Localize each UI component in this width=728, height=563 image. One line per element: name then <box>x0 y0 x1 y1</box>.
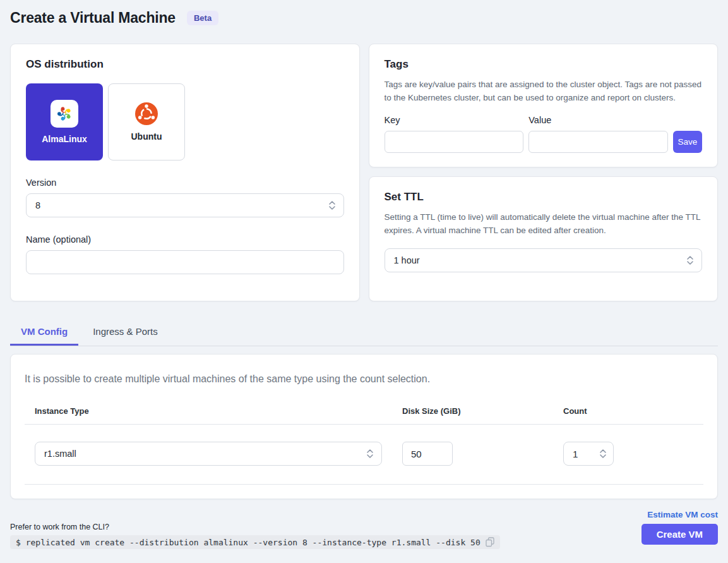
instance-type-value: r1.small <box>44 449 76 459</box>
save-button[interactable]: Save <box>673 131 702 153</box>
tab-bar: VM Config Ingress & Ports <box>10 318 718 346</box>
os-tiles: AlmaLinux <box>26 83 344 160</box>
os-tile-label: AlmaLinux <box>42 134 87 144</box>
os-tile-label: Ubuntu <box>131 131 162 142</box>
tags-form: Key Value Save <box>385 115 703 153</box>
instance-type-select[interactable]: r1.small <box>35 442 382 466</box>
set-ttl-title: Set TTL <box>385 191 703 203</box>
cli-command-text: $ replicated vm create --distribution al… <box>16 538 480 547</box>
ubuntu-logo-icon <box>135 102 158 125</box>
estimate-vm-cost-link[interactable]: Estimate VM cost <box>647 510 718 519</box>
page-title: Create a Virtual Machine <box>10 9 176 27</box>
page-header: Create a Virtual Machine Beta <box>10 9 718 27</box>
tab-vm-config[interactable]: VM Config <box>10 318 78 346</box>
column-count: Count <box>553 406 703 416</box>
version-select[interactable]: 8 <box>26 193 344 217</box>
count-value: 1 <box>573 449 578 459</box>
chevron-updown-icon <box>686 255 694 265</box>
ttl-select-value: 1 hour <box>394 255 420 265</box>
vm-table-header: Instance Type Disk Size (GiB) Count <box>25 406 703 425</box>
os-tile-ubuntu[interactable]: Ubuntu <box>108 83 185 160</box>
os-distribution-card: OS distribution <box>10 44 360 301</box>
footer-row: Prefer to work from the CLI? $ replicate… <box>10 523 718 563</box>
value-label: Value <box>528 115 668 125</box>
vm-config-card: It is possible to create multiple virtua… <box>10 354 718 499</box>
tags-description: Tags are key/value pairs that are assign… <box>385 78 703 104</box>
cli-command-chip: $ replicated vm create --distribution al… <box>10 535 500 549</box>
name-label: Name (optional) <box>26 234 344 245</box>
version-select-value: 8 <box>35 200 40 210</box>
tags-card: Tags Tags are key/value pairs that are a… <box>369 44 719 167</box>
os-tile-almalinux[interactable]: AlmaLinux <box>26 83 103 160</box>
cli-label: Prefer to work from the CLI? <box>10 523 500 531</box>
estimate-row: Estimate VM cost <box>10 509 718 520</box>
chevron-updown-icon <box>366 449 374 459</box>
ttl-select[interactable]: 1 hour <box>385 248 703 272</box>
chevron-updown-icon <box>328 200 336 210</box>
tags-title: Tags <box>385 58 703 71</box>
ttl-description: Setting a TTL (time to live) will automa… <box>385 211 703 237</box>
os-distribution-title: OS distribution <box>26 58 344 71</box>
vm-table: Instance Type Disk Size (GiB) Count r1.s… <box>25 406 703 485</box>
tab-ingress-ports[interactable]: Ingress & Ports <box>82 318 169 346</box>
chevron-updown-icon <box>599 449 607 459</box>
disk-size-input[interactable] <box>402 442 453 466</box>
almalinux-logo-icon <box>51 100 78 128</box>
key-label: Key <box>385 115 524 125</box>
beta-badge: Beta <box>187 11 218 25</box>
name-input[interactable] <box>26 250 344 274</box>
value-input[interactable] <box>528 131 668 153</box>
top-cards-row: OS distribution <box>10 44 718 301</box>
count-stepper[interactable]: 1 <box>563 442 614 466</box>
column-instance-type: Instance Type <box>25 406 392 416</box>
version-label: Version <box>26 178 344 188</box>
vm-config-intro: It is possible to create multiple virtua… <box>25 373 702 385</box>
page: Create a Virtual Machine Beta OS distrib… <box>10 0 718 563</box>
vm-table-row: r1.small 1 <box>25 425 703 485</box>
copy-icon[interactable] <box>486 537 494 547</box>
key-input[interactable] <box>385 131 524 153</box>
set-ttl-card: Set TTL Setting a TTL (time to live) wil… <box>369 176 719 301</box>
right-column: Tags Tags are key/value pairs that are a… <box>369 44 719 301</box>
create-vm-button[interactable]: Create VM <box>641 524 718 545</box>
column-disk-size: Disk Size (GiB) <box>392 406 553 416</box>
cli-block: Prefer to work from the CLI? $ replicate… <box>10 523 500 549</box>
